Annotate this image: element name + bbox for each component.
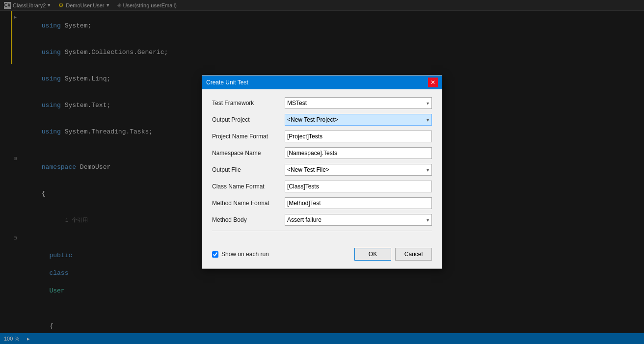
cancel-button[interactable]: Cancel: [395, 248, 432, 261]
project-name-format-input[interactable]: [285, 131, 432, 142]
method-name-format-label: Method Name Format: [212, 200, 285, 207]
method-name-format-row: Method Name Format: [212, 197, 432, 209]
output-file-row: Output File <New Test File>: [212, 164, 432, 176]
dialog-close-button[interactable]: ✕: [428, 78, 438, 87]
class-name-format-label: Class Name Format: [212, 183, 285, 190]
output-project-label: Output Project: [212, 116, 285, 123]
dialog-buttons: OK Cancel: [354, 248, 432, 261]
namespace-name-row: Namespace Name: [212, 147, 432, 159]
project-name-format-control: [285, 131, 432, 142]
ok-button[interactable]: OK: [354, 248, 391, 261]
method-body-label: Method Body: [212, 216, 285, 223]
test-framework-row: Test Framework MSTest: [212, 97, 432, 109]
divider: [212, 231, 432, 231]
test-framework-label: Test Framework: [212, 100, 285, 106]
create-unit-test-dialog: Create Unit Test ✕ Test Framework MSTest…: [202, 75, 442, 269]
dialog-footer: Show on each run OK Cancel: [202, 244, 442, 268]
modal-overlay: Create Unit Test ✕ Test Framework MSTest…: [0, 0, 644, 344]
project-name-format-row: Project Name Format: [212, 131, 432, 142]
namespace-name-control: [285, 147, 432, 159]
method-name-format-control: [285, 197, 432, 209]
output-project-control: <New Test Project>: [285, 114, 432, 126]
namespace-name-label: Namespace Name: [212, 150, 285, 157]
output-file-control: <New Test File>: [285, 164, 432, 176]
method-body-row: Method Body Assert failure: [212, 214, 432, 226]
dialog-body: Test Framework MSTest Output Project <Ne…: [202, 89, 442, 244]
output-project-select[interactable]: <New Test Project>: [285, 114, 432, 126]
show-on-each-run-label: Show on each run: [221, 251, 269, 258]
namespace-name-input[interactable]: [285, 147, 432, 159]
output-file-select[interactable]: <New Test File>: [285, 164, 432, 176]
method-name-format-input[interactable]: [285, 197, 432, 209]
class-name-format-control: [285, 181, 432, 192]
method-body-control: Assert failure: [285, 214, 432, 226]
show-on-each-run-checkbox[interactable]: [212, 251, 218, 258]
output-project-row: Output Project <New Test Project>: [212, 114, 432, 126]
method-body-select[interactable]: Assert failure: [285, 214, 432, 226]
project-name-format-label: Project Name Format: [212, 133, 285, 140]
test-framework-select[interactable]: MSTest: [285, 97, 432, 109]
class-name-format-input[interactable]: [285, 181, 432, 192]
dialog-titlebar: Create Unit Test ✕: [202, 76, 442, 89]
test-framework-control: MSTest: [285, 97, 432, 109]
dialog-title: Create Unit Test: [206, 79, 248, 86]
output-file-label: Output File: [212, 166, 285, 173]
show-on-each-run-row: Show on each run: [212, 251, 354, 258]
class-name-format-row: Class Name Format: [212, 181, 432, 192]
